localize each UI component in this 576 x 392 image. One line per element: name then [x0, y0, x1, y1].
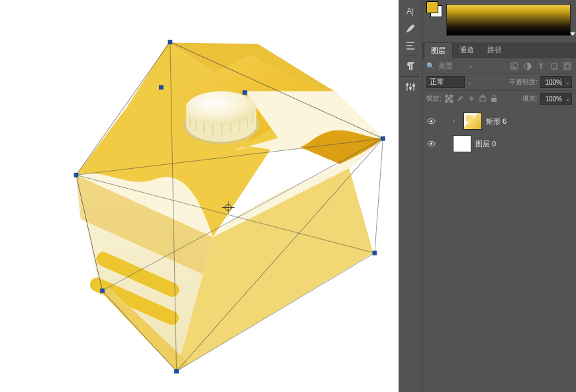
visibility-toggle[interactable] — [426, 138, 436, 150]
blend-mode-dropdown[interactable]: 正常 — [426, 76, 465, 88]
svg-rect-36 — [450, 95, 453, 97]
fill-opacity-input[interactable] — [540, 93, 564, 105]
transform-handle[interactable] — [74, 173, 78, 177]
side-toolbar: A| — [399, 0, 422, 392]
svg-point-29 — [512, 64, 514, 66]
svg-point-27 — [413, 85, 415, 87]
fill-stroke-swatches[interactable] — [426, 1, 442, 17]
lock-artboard-icon[interactable] — [478, 94, 487, 103]
cap-top — [186, 91, 256, 124]
lock-position-icon[interactable] — [467, 94, 476, 103]
adjustments-tool-icon[interactable] — [399, 78, 422, 95]
lock-row: 锁定: 填充: ⌄ — [422, 91, 576, 107]
svg-point-25 — [410, 87, 412, 89]
canvas-area[interactable] — [0, 0, 399, 392]
transform-handle[interactable] — [175, 369, 179, 373]
tab-channels[interactable]: 通道 — [453, 42, 481, 58]
artwork-transform[interactable] — [20, 13, 391, 384]
chevron-down-icon[interactable]: ⌄ — [467, 79, 472, 85]
svg-text:A|: A| — [407, 7, 414, 16]
expand-toggle[interactable]: › — [453, 118, 459, 124]
filter-adjustment-icon[interactable] — [523, 62, 532, 71]
svg-point-44 — [430, 120, 432, 122]
filter-smart-icon[interactable] — [563, 62, 572, 71]
layer-item-layer-0[interactable]: 图层 0 — [422, 132, 576, 155]
transform-handle[interactable] — [243, 91, 247, 95]
right-panel: A| 图层 通道 路径 🔍 类型 ⌄ T — [399, 0, 576, 392]
lock-paint-icon[interactable] — [456, 94, 465, 103]
panel-tabs: 图层 通道 路径 — [422, 42, 576, 58]
layer-thumbnail[interactable] — [463, 113, 482, 130]
color-picker-area[interactable] — [422, 0, 576, 42]
chevron-down-icon[interactable]: ⌄ — [469, 63, 473, 69]
transform-handle[interactable] — [381, 136, 385, 140]
fill-swatch[interactable] — [426, 1, 438, 13]
transform-handle[interactable] — [101, 289, 105, 293]
transform-handle[interactable] — [168, 40, 172, 44]
filter-shape-icon[interactable] — [550, 62, 559, 71]
layer-item-rectangle-6[interactable]: › 矩形 6 — [422, 110, 576, 132]
transform-handle[interactable] — [373, 251, 377, 255]
search-icon[interactable]: 🔍 — [426, 62, 434, 70]
svg-rect-37 — [448, 97, 450, 100]
transform-handle[interactable] — [159, 85, 163, 89]
blend-mode-row: 正常 ⌄ 不透明度: ⌄ — [422, 74, 576, 91]
text-tool-icon[interactable]: A| — [399, 3, 422, 20]
svg-rect-35 — [445, 95, 448, 97]
gradient-ramp[interactable] — [446, 4, 571, 36]
lock-transparency-icon[interactable] — [444, 94, 454, 103]
lock-label: 锁定: — [426, 94, 442, 103]
svg-line-13 — [375, 138, 383, 253]
chevron-down-icon[interactable]: ⌄ — [564, 76, 572, 88]
layer-filter-row: 🔍 类型 ⌄ T — [422, 58, 576, 74]
visibility-toggle[interactable] — [426, 115, 436, 127]
opacity-label: 不透明度: — [509, 77, 538, 87]
svg-rect-31 — [552, 64, 557, 69]
svg-rect-39 — [450, 100, 453, 103]
brush-tool-icon[interactable] — [399, 20, 422, 37]
fill-label: 填充: — [522, 94, 538, 103]
tab-paths[interactable]: 路径 — [481, 42, 508, 58]
layer-name[interactable]: 图层 0 — [475, 139, 572, 149]
chevron-down-icon[interactable]: ⌄ — [564, 93, 572, 105]
filter-image-icon[interactable] — [510, 62, 519, 71]
svg-point-23 — [407, 84, 408, 86]
svg-rect-42 — [491, 98, 497, 102]
paragraph-tool-icon[interactable] — [399, 58, 422, 75]
lock-all-icon[interactable] — [489, 94, 499, 103]
layers-list: › 矩形 6 图层 0 — [422, 107, 576, 392]
opacity-input[interactable] — [540, 76, 564, 88]
svg-point-46 — [430, 142, 432, 145]
filter-text-icon[interactable]: T — [536, 62, 546, 71]
align-tool-icon[interactable] — [399, 37, 422, 54]
layer-name[interactable]: 矩形 6 — [486, 117, 572, 126]
filter-type-label[interactable]: 类型 — [438, 61, 465, 71]
layer-thumbnail[interactable] — [453, 135, 471, 152]
svg-rect-33 — [565, 64, 569, 68]
svg-rect-38 — [445, 100, 448, 103]
panels-stack: 图层 通道 路径 🔍 类型 ⌄ T 正常 ⌄ 不透明度: ⌄ — [422, 0, 576, 392]
tab-layers[interactable]: 图层 — [424, 42, 453, 58]
